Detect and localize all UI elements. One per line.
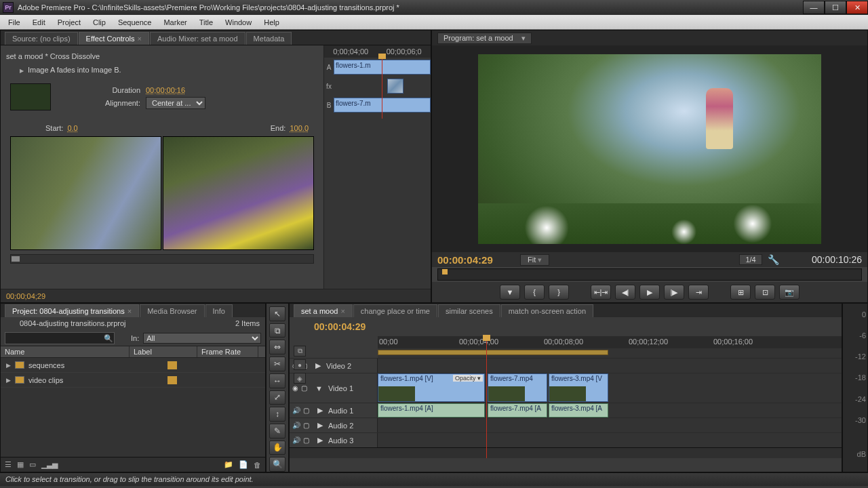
- tool-4[interactable]: ↔: [269, 373, 285, 388]
- seq-tab-3[interactable]: match on-screen action: [501, 304, 593, 317]
- zoom-slider-icon[interactable]: ▁▃▅: [41, 460, 58, 469]
- program-duration: 00:00:10:26: [812, 254, 862, 265]
- program-zoom-select[interactable]: 1/4: [739, 254, 762, 265]
- alignment-select[interactable]: Center at ...: [146, 97, 205, 109]
- effect-foot-timecode[interactable]: 00;00;04;29: [6, 292, 45, 300]
- sequence-tabs: set a mood×change place or timesimilar s…: [290, 304, 842, 317]
- menu-project[interactable]: Project: [52, 17, 86, 28]
- tool-6[interactable]: ↕: [269, 407, 285, 422]
- tool-7[interactable]: ✎: [269, 424, 285, 439]
- mini-playhead[interactable]: [382, 58, 382, 119]
- transport-btn-2[interactable]: }: [549, 285, 569, 300]
- effect-mini-timeline[interactable]: 0;00;04;00 00;00;06;0 Aflowers-1.m fx Bf…: [323, 45, 431, 289]
- tool-3[interactable]: ✂: [269, 357, 285, 371]
- tab-project-0[interactable]: Project: 0804-adjusting transitions×: [5, 304, 139, 317]
- tab-source-2[interactable]: Audio Mixer: set a mood: [150, 32, 245, 45]
- tab-source-3[interactable]: Metadata: [246, 32, 292, 45]
- transport-btn-1[interactable]: {: [524, 285, 545, 300]
- minimize-button[interactable]: —: [803, 1, 825, 14]
- menu-edit[interactable]: Edit: [27, 17, 51, 28]
- timeline-ruler[interactable]: 00;0000;00;04;0000;00;08;0000;00;12;0000…: [378, 336, 842, 348]
- menu-clip[interactable]: Clip: [87, 17, 111, 28]
- clip[interactable]: flowers-7.mp4: [488, 373, 547, 402]
- menu-help[interactable]: Help: [258, 17, 285, 28]
- transport-btn-4[interactable]: ◀|: [615, 285, 635, 300]
- menu-marker[interactable]: Marker: [158, 17, 192, 28]
- linked-selection-icon[interactable]: ●: [294, 359, 306, 370]
- preview-scrubber[interactable]: [10, 254, 314, 264]
- menu-title[interactable]: Title: [194, 17, 218, 28]
- seq-tab-0[interactable]: set a mood×: [294, 304, 353, 317]
- bin-sequences[interactable]: ▶sequences: [1, 358, 265, 373]
- new-bin-icon[interactable]: 📁: [224, 460, 233, 469]
- project-columns[interactable]: NameLabelFrame Rate: [1, 346, 265, 358]
- program-scrubber[interactable]: [437, 268, 862, 281]
- tool-9[interactable]: 🔍: [269, 457, 285, 472]
- in-filter-select[interactable]: All: [143, 333, 261, 344]
- transition-clip[interactable]: [387, 79, 403, 94]
- clip[interactable]: flowers-1.mp4 [A]: [378, 403, 485, 418]
- tool-8[interactable]: ✋: [269, 441, 285, 455]
- program-current-timecode[interactable]: 00:00:04:29: [437, 254, 493, 266]
- transport-btn-8[interactable]: ⊞: [730, 285, 751, 300]
- maximize-button[interactable]: ☐: [825, 1, 846, 14]
- preview-frame-a: [10, 136, 161, 250]
- marker-icon[interactable]: ◈: [294, 373, 306, 384]
- transport-btn-6[interactable]: |▶: [664, 285, 684, 300]
- transport-btn-9[interactable]: ⊡: [755, 285, 775, 300]
- timeline-work-area[interactable]: [378, 348, 842, 358]
- clip[interactable]: flowers-3.mp4 [A: [549, 403, 608, 418]
- tab-source-0[interactable]: Source: (no clips): [5, 32, 78, 45]
- column-name[interactable]: Name: [1, 346, 130, 357]
- tool-1[interactable]: ⧉: [269, 323, 285, 338]
- close-button[interactable]: ✕: [846, 1, 868, 14]
- clip[interactable]: flowers-7.mp4 [A: [488, 403, 547, 418]
- tab-project-1[interactable]: Media Browser: [140, 304, 204, 317]
- effect-breadcrumb: set a mood * Cross Dissolve: [6, 52, 319, 60]
- tool-2[interactable]: ⇔: [269, 340, 285, 354]
- transport-btn-7[interactable]: ⇥: [688, 285, 709, 300]
- search-icon: 🔍: [104, 334, 113, 343]
- source-tabs: Source: (no clips)Effect Controls×Audio …: [1, 30, 431, 45]
- column-frame-rate[interactable]: Frame Rate: [197, 346, 258, 357]
- tab-project-2[interactable]: Info: [205, 304, 233, 317]
- clip[interactable]: flowers-3.mp4 [V: [549, 373, 608, 402]
- icon-view-icon[interactable]: ▦: [17, 460, 24, 469]
- timeline-panel: set a mood×change place or timesimilar s…: [289, 303, 842, 472]
- trash-icon[interactable]: 🗑: [254, 461, 261, 469]
- project-filename: 0804-adjusting transitions.prproj: [20, 319, 126, 331]
- menu-file[interactable]: File: [3, 17, 26, 28]
- audio-meter: 0-6-12-18-24-30dB: [842, 303, 868, 472]
- start-value[interactable]: 0.0: [67, 124, 77, 132]
- list-view-icon[interactable]: ☰: [5, 460, 12, 469]
- timeline-timecode[interactable]: 00:00:04:29: [290, 317, 842, 336]
- clip[interactable]: flowers-1.mp4 [V]Opacity ▾: [378, 373, 485, 402]
- transport-btn-10[interactable]: 📷: [779, 285, 800, 300]
- snap-icon[interactable]: ⧉: [294, 346, 306, 357]
- menu-window[interactable]: Window: [220, 17, 257, 28]
- seq-tab-2[interactable]: similar scenes: [438, 304, 500, 317]
- timeline-playhead[interactable]: [486, 340, 487, 458]
- bin-video-clips[interactable]: ▶video clips: [1, 373, 265, 388]
- end-value[interactable]: 100.0: [290, 124, 309, 132]
- transport-btn-0[interactable]: ▼: [500, 285, 520, 300]
- project-search-input[interactable]: [5, 332, 115, 344]
- duration-value[interactable]: 00;00;00;16: [146, 86, 185, 94]
- settings-icon[interactable]: 🔧: [768, 254, 779, 265]
- menu-sequence[interactable]: Sequence: [113, 17, 157, 28]
- program-fit-select[interactable]: Fit: [520, 254, 549, 266]
- tool-5[interactable]: ⤢: [269, 390, 285, 405]
- program-monitor-image: [478, 54, 821, 244]
- seq-tab-1[interactable]: change place or time: [353, 304, 437, 317]
- freeform-view-icon[interactable]: ▭: [29, 460, 36, 469]
- alignment-label: Alignment:: [73, 99, 140, 107]
- transport-btn-5[interactable]: ▶: [639, 285, 660, 300]
- tab-source-1[interactable]: Effect Controls×: [79, 32, 149, 45]
- duration-label: Duration: [73, 86, 140, 94]
- transport-btn-3[interactable]: ⇤|⇥: [591, 285, 611, 300]
- track-audio-3: 🔊▢▶Audio 3: [290, 432, 842, 447]
- new-item-icon[interactable]: 📄: [239, 460, 248, 469]
- column-label[interactable]: Label: [130, 346, 197, 357]
- program-sequence-select[interactable]: Program: set a mood: [437, 33, 532, 44]
- tool-0[interactable]: ↖: [269, 306, 285, 321]
